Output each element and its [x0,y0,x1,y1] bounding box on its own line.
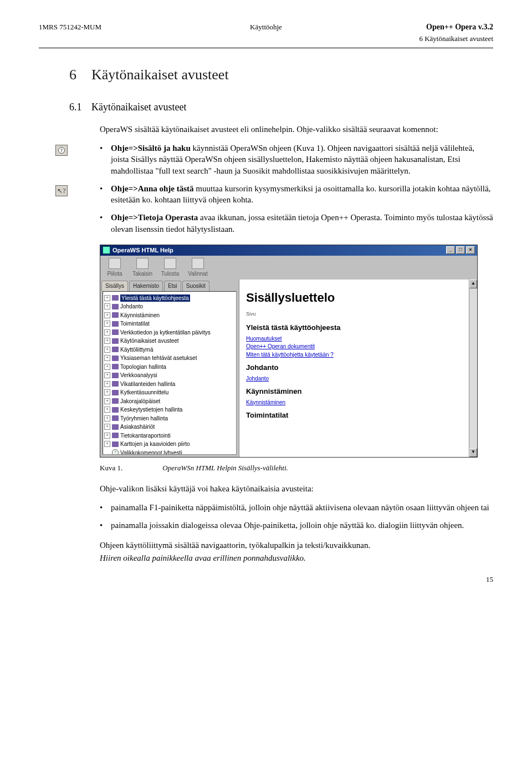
expand-icon[interactable]: + [104,338,110,344]
tree-item[interactable]: +Jakorajalöpäiset [104,397,235,406]
expand-icon[interactable]: + [104,364,110,370]
tree-item[interactable]: +Käynnistäminen [104,311,235,320]
h1-number: 6 [69,65,91,84]
tree-label: Valikkokomennot lyhyesti [120,449,182,455]
bullet-item: • painamalla F1-painiketta näppäimistölt… [100,502,493,513]
tree-item[interactable]: +Yksiaseman tehtävät asetukset [104,354,235,363]
maximize-button[interactable]: □ [456,246,465,254]
expand-icon[interactable]: + [104,407,110,413]
help-window: OperaWS HTML Help _ □ × Piilota Takaisin… [100,245,478,458]
tree-item[interactable]: +Verkkoanalyysi [104,371,235,380]
tool-print[interactable]: Tulosta [157,257,183,279]
bold-cmd: Ohje=>Sisältö ja haku [111,144,191,153]
tree-item[interactable]: +Yleistä tästä käyttöohjeesta [104,294,235,303]
content-link[interactable]: Open++ Operan dokumentit [246,343,462,351]
minimize-button[interactable]: _ [446,246,455,254]
expand-icon[interactable]: + [104,321,110,327]
tab-index[interactable]: Hakemisto [129,281,163,291]
expand-icon[interactable]: + [104,389,110,395]
tree-item[interactable]: +Karttojen ja kaavioiden piirto [104,440,235,449]
section-ref: 6 Käytönaikaiset avusteet [39,34,493,44]
expand-icon[interactable]: + [104,398,110,404]
tree-label: Kytkentäsuunnittelu [120,389,168,397]
toolbar: Piilota Takaisin Tulosta Valinnat [100,256,477,280]
intro-paragraph: OperaWS sisältää käytönaikaiset avusteet… [100,124,493,135]
expand-icon[interactable]: + [104,415,110,421]
bullet-text: Ohje=>Sisältö ja haku käynnistää OperaWS… [111,143,493,176]
tree-item[interactable]: +Tietokantaraportointi [104,431,235,440]
tool-back[interactable]: Takaisin [129,257,156,279]
figure-caption: Kuva 1. OperaWSn HTML Helpin Sisällys-vä… [100,463,493,473]
titlebar[interactable]: OperaWS HTML Help _ □ × [100,245,477,256]
tree-item[interactable]: ?Valikkokomennot lyhyesti [104,449,235,455]
book-icon [112,347,119,352]
scroll-up-button[interactable]: ▲ [469,280,477,288]
expand-icon[interactable]: + [104,312,110,318]
close-button[interactable]: × [466,246,475,254]
tree-label: Asiakashäiriöt [120,423,155,431]
expand-icon[interactable]: + [104,303,110,309]
content-link[interactable]: Johdanto [246,375,462,383]
tree-item[interactable]: +Keskeytystietojen hallinta [104,405,235,414]
content-link[interactable]: Käynnistäminen [246,399,462,407]
heading-1: 6Käytönaikaiset avusteet [100,65,493,84]
figure-text: OperaWSn HTML Helpin Sisällys-välilehti. [162,464,288,472]
bullet-text: Ohje=>Anna ohje tästä muuttaa kursorin k… [111,183,493,206]
expand-icon[interactable]: + [104,372,110,378]
tab-search[interactable]: Etsi [164,281,181,291]
bullet-item: • Ohje=>Sisältö ja haku käynnistää Opera… [100,143,493,176]
product-name: Open++ Opera v.3.2 [342,22,493,33]
tree-item[interactable]: +Asiakashäiriöt [104,423,235,431]
book-icon [112,364,119,369]
tree-item[interactable]: +Työryhmien hallinta [104,414,235,423]
figure-label: Kuva 1. [100,463,161,473]
expand-icon[interactable]: + [104,433,110,439]
tree-label: Käytönaikaiset avusteet [120,337,179,345]
tree-item[interactable]: +Kytkentäsuunnittelu [104,388,235,397]
expand-icon[interactable]: + [104,355,110,361]
tab-favorites[interactable]: Suosikit [182,281,209,291]
content-link[interactable]: Huomautukset [246,335,462,343]
tree-label: Verkkoanalyysi [120,372,157,379]
expand-icon[interactable]: + [104,381,110,387]
tree-item[interactable]: +Käytönaikaiset avusteet [104,337,235,346]
nav-tree[interactable]: +Yleistä tästä käyttöohjeesta+Johdanto+K… [103,291,237,455]
bold-cmd: Ohje=>Anna ohje tästä [111,184,194,193]
closing-p2: Hiiren oikealla painikkeella avaa erilli… [100,552,493,563]
tree-label: Keskeytystietojen hallinta [120,406,182,414]
tree-item[interactable]: +Johdanto [104,302,235,311]
content-sivu: Sivu [246,311,462,317]
expand-icon[interactable]: + [104,347,110,353]
book-icon [112,381,119,387]
expand-icon[interactable]: + [104,424,110,430]
book-icon [112,424,119,430]
after-figure-paragraph: Ohje-valikon lisäksi käyttäjä voi hakea … [100,483,493,494]
expand-icon[interactable]: + [104,295,110,301]
tree-item[interactable]: +Vikatilanteiden hallinta [104,380,235,389]
bullet-text: Ohje=>Tietoja Operasta avaa ikkunan, jos… [111,212,493,235]
tool-options[interactable]: Valinnat [185,257,211,279]
scroll-track[interactable] [469,288,477,448]
content-group-heading: Käynnistäminen [246,387,462,397]
tab-contents[interactable]: Sisällys [101,281,128,291]
scrollbar[interactable]: ▲ ▼ [469,280,477,457]
tree-item[interactable]: +Verkkotiedon ja kytkentätilan päivitys [104,328,235,337]
tool-hide[interactable]: Piilota [101,257,128,279]
expand-icon[interactable]: + [104,441,110,447]
help-content: Sisällysluettelo Sivu Yleistä tästä käyt… [239,280,469,457]
tree-item[interactable]: +Toimintatilat [104,319,235,328]
scroll-down-button[interactable]: ▼ [469,448,477,457]
tree-label: Käynnistäminen [120,312,160,319]
help-icon: ? [55,145,68,156]
page-header: 1MRS 751242-MUM Käyttöohje Open++ Opera … [39,22,493,33]
figure-help-window: OperaWS HTML Help _ □ × Piilota Takaisin… [100,245,493,458]
context-help-icon: ↖? [55,185,68,196]
tree-label: Toimintatilat [120,320,150,328]
window-title: OperaWS HTML Help [112,246,173,255]
tree-item[interactable]: +Käyttöliittymä [104,346,235,354]
bullet-marker: • [100,212,111,235]
content-link[interactable]: Miten tätä käyttöohjetta käytetään ? [246,351,462,359]
expand-icon[interactable]: + [104,329,110,336]
tree-item[interactable]: +Topologian hallinta [104,363,235,372]
book-icon [112,407,119,413]
